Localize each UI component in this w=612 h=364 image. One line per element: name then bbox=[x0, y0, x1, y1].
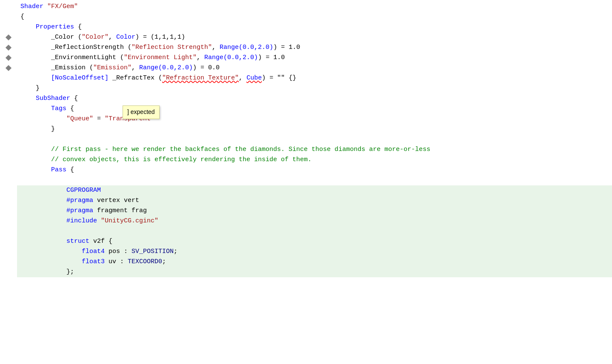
token: = bbox=[93, 114, 105, 124]
gutter-row bbox=[0, 134, 17, 145]
gutter-row bbox=[0, 206, 17, 216]
token: vertex vert bbox=[93, 196, 139, 205]
token: "Environment Light" bbox=[124, 53, 197, 63]
indent-space bbox=[20, 114, 66, 124]
token bbox=[97, 216, 101, 226]
token: , bbox=[132, 63, 139, 73]
indent-space bbox=[20, 63, 51, 73]
indent-space bbox=[20, 206, 66, 216]
gutter-row bbox=[0, 63, 17, 73]
token: float3 bbox=[82, 257, 105, 267]
code-line: // First pass - here we render the backf… bbox=[17, 145, 612, 155]
token: }; bbox=[66, 267, 74, 277]
editor-gutter bbox=[0, 0, 17, 364]
token: _Emission ( bbox=[51, 63, 93, 73]
token: { bbox=[66, 165, 74, 175]
gutter-row bbox=[0, 145, 17, 155]
token: // First pass - here we render the backf… bbox=[51, 145, 430, 154]
token: uv : bbox=[105, 257, 128, 267]
token: { bbox=[66, 104, 74, 114]
token: "Reflection Strength" bbox=[132, 43, 212, 52]
code-line: [NoScaleOffset] _RefractTex ("Refraction… bbox=[17, 73, 612, 83]
token: { bbox=[74, 22, 82, 32]
token: Range(0.0,2.0) bbox=[139, 63, 193, 73]
gutter-row bbox=[0, 236, 17, 247]
code-line: _Color ("Color", Color) = (1,1,1,1) bbox=[17, 32, 612, 43]
token: { bbox=[20, 12, 24, 22]
code-line: Properties { bbox=[17, 22, 612, 32]
token: ; bbox=[174, 247, 177, 256]
gutter-row bbox=[0, 22, 17, 32]
token: } bbox=[51, 124, 55, 134]
tooltip-text: ] expected bbox=[127, 108, 155, 115]
indent-space bbox=[20, 94, 36, 103]
gutter-row bbox=[0, 2, 17, 12]
token: Color bbox=[116, 32, 135, 42]
code-line: } bbox=[17, 83, 612, 94]
token: , bbox=[212, 43, 220, 52]
token: SubShader bbox=[36, 94, 70, 103]
code-editor[interactable]: ] expected Shader "FX/Gem"{ Properties {… bbox=[0, 0, 612, 364]
code-line: { bbox=[17, 12, 612, 22]
code-line: Pass { bbox=[17, 165, 612, 175]
gutter-row bbox=[0, 196, 17, 206]
gutter-row bbox=[0, 257, 17, 267]
gutter-diamond-icon bbox=[6, 65, 11, 71]
code-content[interactable]: ] expected Shader "FX/Gem"{ Properties {… bbox=[17, 0, 612, 364]
token: _Color ( bbox=[51, 32, 82, 42]
token: struct bbox=[66, 236, 89, 246]
gutter-row bbox=[0, 247, 17, 257]
gutter-row bbox=[0, 53, 17, 63]
code-line: _Emission ("Emission", Range(0.0,2.0)) =… bbox=[17, 63, 612, 73]
code-line bbox=[17, 226, 612, 236]
token: "UnityCG.cginc" bbox=[101, 216, 158, 226]
token: fragment frag bbox=[93, 206, 147, 216]
gutter-row bbox=[0, 185, 17, 196]
code-line: SubShader { bbox=[17, 94, 612, 104]
gutter-row bbox=[0, 114, 17, 124]
gutter-row bbox=[0, 94, 17, 104]
indent-space bbox=[20, 165, 51, 175]
code-line: // convex objects, this is effectively r… bbox=[17, 155, 612, 165]
code-line: } bbox=[17, 124, 612, 134]
gutter-row bbox=[0, 216, 17, 226]
code-line: Tags { bbox=[17, 104, 612, 114]
token: Shader bbox=[20, 2, 47, 11]
token: , bbox=[239, 73, 246, 83]
token: float4 bbox=[82, 247, 105, 256]
gutter-row bbox=[0, 12, 17, 22]
code-line: #pragma fragment frag bbox=[17, 206, 612, 216]
indent-space bbox=[20, 185, 66, 195]
token: "Refraction Texture" bbox=[162, 73, 239, 83]
token: "Queue" bbox=[66, 114, 93, 124]
indent-space bbox=[20, 145, 51, 154]
token: SV_POSITION bbox=[132, 247, 174, 256]
indent-space bbox=[20, 257, 82, 267]
token: "Emission" bbox=[93, 63, 132, 73]
token: Pass bbox=[51, 165, 66, 175]
token: [NoScaleOffset] bbox=[51, 73, 112, 83]
token: #pragma bbox=[66, 206, 93, 216]
gutter-row bbox=[0, 165, 17, 175]
gutter-diamond-icon bbox=[6, 34, 11, 40]
code-line bbox=[17, 175, 612, 185]
token: Range(0.0,2.0) bbox=[204, 53, 258, 63]
indent-space bbox=[20, 196, 66, 205]
indent-space bbox=[20, 73, 51, 83]
gutter-row bbox=[0, 73, 17, 83]
token: CGPROGRAM bbox=[66, 185, 101, 195]
code-line: struct v2f { bbox=[17, 236, 612, 247]
token: ) = 0.0 bbox=[193, 63, 220, 73]
token: { bbox=[70, 94, 78, 103]
token: TEXCOORD0 bbox=[128, 257, 162, 267]
code-line bbox=[17, 134, 612, 145]
code-line: _ReflectionStrength ("Reflection Strengt… bbox=[17, 43, 612, 53]
gutter-row bbox=[0, 104, 17, 114]
indent-space bbox=[20, 22, 36, 32]
indent-space bbox=[20, 236, 66, 246]
token: ) = 1.0 bbox=[258, 53, 285, 63]
token: pos : bbox=[105, 247, 132, 256]
code-line: "Queue" = "Transparent" bbox=[17, 114, 612, 124]
token: , bbox=[197, 53, 204, 63]
indent-space bbox=[20, 32, 51, 42]
